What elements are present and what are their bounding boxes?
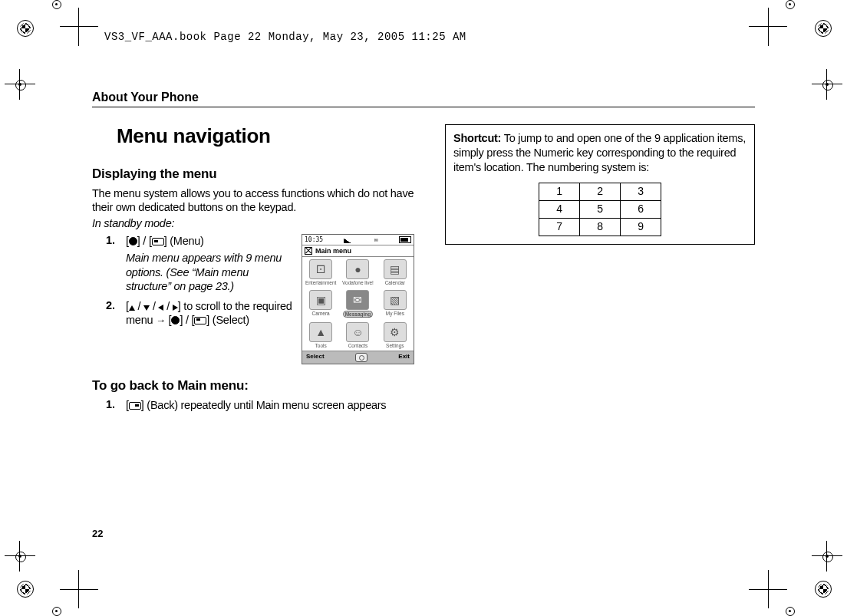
- page-title: Menu navigation: [117, 124, 414, 148]
- crop-cross-icon: [5, 69, 35, 100]
- phone-screenshot: 10:35 ✉ Main menu ⚀Entertainment●Vodafon…: [302, 234, 414, 364]
- step-2: 2. [ / / / ] to scroll to the required m…: [106, 299, 295, 327]
- registration-mark-icon: [14, 578, 35, 599]
- step-1: 1. [] / [] (Menu) Main menu appears with…: [106, 234, 295, 293]
- crop-cross-icon: [5, 541, 35, 572]
- left-softkey-icon: [194, 317, 206, 324]
- crop-corner-icon: [749, 8, 787, 46]
- menu-logo-icon: [305, 247, 312, 255]
- phone-menu-item: ▲Tools: [302, 320, 339, 351]
- content-area: About Your Phone Menu navigation Display…: [92, 91, 755, 539]
- step-1-tail: (Menu): [166, 235, 203, 247]
- phone-menu-item: ✉Messaging: [339, 288, 376, 320]
- phone-menu-label: Contacts: [340, 343, 375, 348]
- left-column: Menu navigation Displaying the menu The …: [92, 124, 414, 418]
- registration-mark-icon: [812, 17, 833, 38]
- grid-cell: 3: [621, 183, 661, 200]
- phone-screen-title: Main menu: [315, 247, 351, 255]
- page: VS3_VF_AAA.book Page 22 Monday, May 23, …: [0, 0, 847, 616]
- phone-menu-label: Settings: [377, 343, 413, 348]
- step-number: 2.: [106, 299, 126, 327]
- grid-cell: 8: [580, 218, 621, 236]
- step-1-desc: Main menu appears with 9 menu options. (…: [126, 251, 295, 292]
- battery-icon: [399, 236, 411, 243]
- center-key-icon: [129, 237, 137, 245]
- phone-menu-item: ▧My Files: [377, 288, 414, 320]
- phone-menu-item: ▣Camera: [302, 288, 339, 320]
- phone-menu-label: Tools: [303, 343, 338, 348]
- phone-menu-icon: ⚙: [384, 322, 407, 342]
- shortcut-label: Shortcut:: [453, 132, 501, 144]
- nav-left-icon: [158, 305, 163, 311]
- phone-menu-icon: ☺: [346, 322, 369, 342]
- subheading-go-back: To go back to Main menu:: [92, 378, 414, 394]
- phone-menu-label: My Files: [377, 311, 413, 316]
- step-back-tail: (Back) repeatedly until Main menu screen…: [144, 399, 387, 411]
- nav-up-icon: [129, 305, 135, 311]
- phone-menu-label: Camera: [303, 311, 338, 316]
- nav-right-icon: [173, 305, 178, 311]
- section-header: About Your Phone: [92, 91, 755, 107]
- file-header: VS3_VF_AAA.book Page 22 Monday, May 23, …: [104, 31, 466, 43]
- left-softkey-icon: [152, 238, 164, 245]
- crop-cross-icon: [812, 541, 842, 572]
- phone-menu-icon: ●: [346, 259, 369, 279]
- crop-corner-icon: [60, 8, 98, 46]
- phone-menu-item: ⚙Settings: [377, 320, 414, 351]
- phone-menu-icon: ▤: [384, 259, 407, 279]
- crop-corner-icon: [60, 570, 98, 608]
- step-back-1: 1. [] (Back) repeatedly until Main menu …: [106, 398, 414, 412]
- grid-cell: 5: [580, 200, 621, 218]
- center-key-icon: [171, 316, 180, 324]
- grid-cell: 7: [539, 218, 580, 236]
- step-number: 1.: [106, 398, 126, 412]
- phone-menu-label: Calendar: [377, 280, 413, 285]
- step-2-tail: (Select): [209, 314, 249, 326]
- right-column: Shortcut: To jump to and open one of the…: [445, 124, 755, 418]
- phone-menu-icon: ⚀: [309, 259, 332, 279]
- phone-menu-icon: ▧: [384, 290, 407, 310]
- phone-menu-icon: ▲: [309, 322, 332, 342]
- standby-label: In standby mode:: [92, 217, 414, 229]
- grid-cell: 2: [580, 183, 621, 200]
- step-number: 1.: [106, 234, 126, 293]
- number-grid: 123 456 789: [539, 183, 661, 236]
- mail-icon: ✉: [374, 236, 378, 243]
- signal-icon: [344, 237, 353, 243]
- grid-cell: 4: [539, 200, 580, 218]
- phone-time: 10:35: [305, 236, 323, 243]
- grid-cell: 1: [539, 183, 580, 200]
- phone-menu-item: ●Vodafone live!: [339, 257, 376, 288]
- phone-softkey-exit: Exit: [398, 353, 410, 362]
- grid-cell: 9: [621, 218, 661, 236]
- phone-menu-label: Vodafone live!: [340, 280, 375, 285]
- phone-menu-item: ⚀Entertainment: [302, 257, 339, 288]
- phone-menu-label: Messaging: [343, 311, 374, 318]
- phone-menu-grid: ⚀Entertainment●Vodafone live!▤Calendar▣C…: [302, 257, 414, 351]
- nav-down-icon: [143, 305, 150, 311]
- registration-mark-icon: [14, 17, 35, 38]
- phone-menu-label: Entertainment: [303, 280, 338, 285]
- crop-corner-icon: [749, 570, 787, 608]
- phone-center-key-icon: [355, 353, 367, 362]
- registration-mark-icon: [812, 578, 833, 599]
- phone-menu-icon: ✉: [346, 290, 369, 310]
- phone-menu-icon: ▣: [309, 290, 332, 310]
- page-number: 22: [92, 528, 103, 539]
- crop-cross-icon: [812, 69, 842, 100]
- phone-menu-item: ▤Calendar: [377, 257, 414, 288]
- right-softkey-icon: [129, 402, 141, 410]
- intro-text: The menu system allows you to access fun…: [92, 186, 414, 214]
- phone-menu-item: ☺Contacts: [339, 320, 376, 351]
- phone-softkey-select: Select: [306, 353, 325, 362]
- subheading-displaying: Displaying the menu: [92, 166, 414, 182]
- grid-cell: 6: [621, 200, 661, 218]
- shortcut-box: Shortcut: To jump to and open one of the…: [445, 124, 755, 245]
- arrow-right-icon: →: [156, 315, 166, 327]
